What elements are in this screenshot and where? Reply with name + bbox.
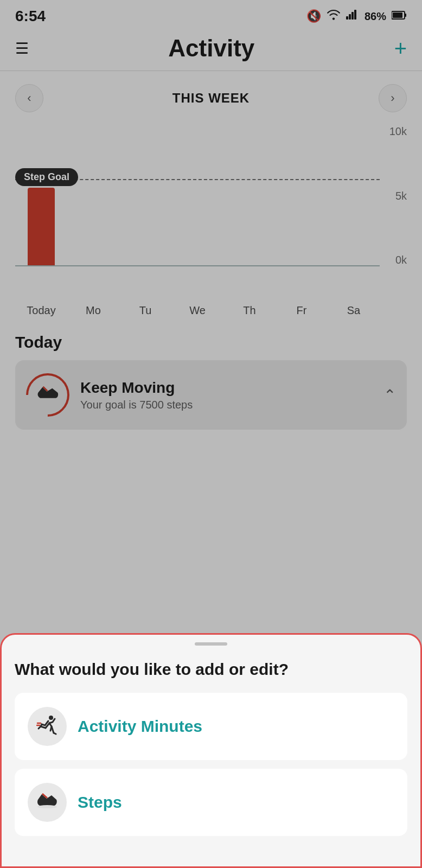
steps-label: Steps xyxy=(78,793,122,812)
sheet-question: What would you like to add or edit? xyxy=(15,659,407,680)
activity-minutes-option[interactable]: Activity Minutes xyxy=(15,693,407,760)
steps-shoe-icon xyxy=(36,790,58,814)
steps-icon-bg xyxy=(28,783,67,822)
svg-point-8 xyxy=(37,805,57,808)
running-icon xyxy=(36,713,58,739)
sheet-handle xyxy=(195,642,227,646)
steps-option[interactable]: Steps xyxy=(15,769,407,836)
bottom-sheet: What would you like to add or edit? Acti… xyxy=(0,633,422,868)
activity-minutes-label: Activity Minutes xyxy=(78,717,202,736)
svg-point-7 xyxy=(49,716,53,720)
activity-minutes-icon-bg xyxy=(28,707,67,746)
